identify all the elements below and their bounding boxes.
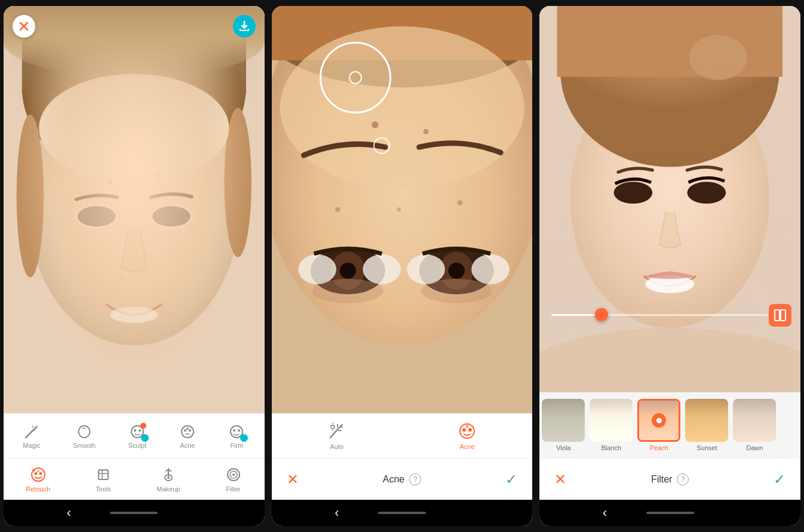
svg-point-1 (4, 359, 265, 413)
tool-acne[interactable]: Acne (174, 421, 201, 451)
filter-label-sunset: Sunset (696, 444, 717, 451)
confirm-button-3[interactable]: ✓ (774, 471, 785, 488)
filter-peach[interactable]: Peach (635, 399, 683, 451)
main-tabs-1: Retouch Tools (4, 458, 265, 500)
filter-face-dawn (733, 399, 776, 442)
svg-rect-85 (539, 6, 800, 392)
filter-thumb-peach (637, 399, 680, 442)
back-arrow-1[interactable]: ‹ (66, 505, 70, 521)
svg-line-18 (26, 429, 35, 438)
firm-badge-teal (240, 434, 248, 442)
cancel-button-3[interactable]: ✕ (554, 471, 566, 488)
smooth-icon (76, 423, 93, 440)
tab-makeup[interactable]: Makeup (149, 463, 187, 495)
tool-sculpt[interactable]: Sculpt (124, 421, 152, 451)
svg-point-10 (75, 204, 118, 229)
svg-point-7 (39, 74, 229, 183)
svg-point-24 (134, 429, 136, 432)
svg-point-56 (298, 254, 336, 284)
large-circle-selector[interactable] (320, 42, 391, 113)
acne-active-label: Acne (460, 443, 475, 450)
face-svg-3 (539, 6, 800, 392)
acne-icon (179, 423, 196, 440)
close-button[interactable] (13, 15, 35, 38)
download-icon (238, 20, 250, 32)
filter-help-icon[interactable]: ? (677, 473, 689, 485)
filter-face-sunset (685, 399, 728, 442)
filter-tab-icon (225, 466, 243, 484)
filter-thumb-sunset (685, 399, 728, 442)
retouch-tab-icon (29, 466, 47, 484)
svg-point-2 (29, 74, 239, 346)
svg-point-65 (335, 207, 340, 212)
sculpt-label: Sculpt (128, 442, 147, 449)
filter-thumb-blanch (590, 399, 633, 442)
svg-point-41 (167, 476, 170, 479)
compare-button[interactable] (769, 304, 791, 327)
svg-point-9 (152, 206, 191, 226)
panel1-header (13, 15, 256, 38)
tab-tools[interactable]: Tools (87, 463, 119, 495)
svg-point-15 (119, 276, 122, 279)
svg-point-63 (423, 129, 428, 134)
tools-tab-icon (94, 466, 112, 484)
filter-slider-thumb[interactable] (595, 308, 608, 321)
face-photo-1 (4, 6, 265, 413)
tab-filter[interactable]: Filter (217, 463, 250, 495)
filter-sunset[interactable]: Sunset (683, 399, 731, 451)
photo-area-2 (272, 6, 533, 413)
svg-rect-89 (775, 310, 780, 321)
svg-point-76 (462, 428, 466, 432)
magic-label: Magic (23, 442, 40, 449)
svg-point-27 (184, 429, 186, 432)
back-arrow-3[interactable]: ‹ (603, 505, 607, 521)
svg-point-58 (407, 254, 445, 284)
tool-magic[interactable]: Magic (18, 421, 45, 451)
small-circle-selector[interactable] (373, 137, 390, 154)
acne-title-area: Acne ? (383, 473, 421, 485)
filter-title: Filter (651, 474, 673, 485)
home-indicator-1 (110, 512, 158, 514)
svg-point-25 (139, 429, 141, 432)
svg-rect-0 (4, 6, 265, 413)
tool-auto[interactable]: Auto (327, 422, 346, 450)
sculpt-badge-teal (141, 434, 149, 442)
svg-point-12 (111, 307, 158, 323)
filter-viola[interactable]: Viola (539, 399, 587, 451)
nav-bar-2: ‹ (272, 500, 533, 526)
tool-firm[interactable]: Firm (223, 421, 250, 451)
svg-point-78 (466, 425, 469, 428)
action-bar-2: ✕ Acne ? ✓ (272, 458, 533, 500)
back-arrow-2[interactable]: ‹ (335, 505, 339, 521)
svg-point-61 (421, 279, 492, 303)
confirm-button-2[interactable]: ✓ (505, 471, 517, 488)
svg-point-64 (457, 200, 462, 205)
download-button[interactable] (233, 15, 256, 38)
cancel-button-2[interactable]: ✕ (287, 471, 299, 488)
svg-point-62 (372, 121, 378, 128)
filter-face-blanch (590, 399, 633, 442)
svg-point-29 (186, 428, 189, 430)
firm-icon (228, 423, 245, 440)
compare-icon (774, 309, 787, 322)
tab-retouch[interactable]: Retouch (19, 463, 57, 495)
filter-blanch[interactable]: Blanch (587, 399, 635, 451)
makeup-tab-label: Makeup (156, 485, 180, 493)
tool-acne-active[interactable]: Acne (458, 422, 477, 450)
nav-bar-1: ‹ (4, 500, 265, 526)
svg-point-11 (149, 204, 193, 229)
home-indicator-2 (378, 512, 426, 514)
close-icon (19, 21, 29, 31)
svg-point-14 (156, 174, 159, 177)
inner-circle (349, 71, 362, 84)
acne-help-icon[interactable]: ? (409, 473, 421, 485)
svg-point-87 (688, 182, 726, 204)
tool-smooth[interactable]: Smooth (68, 421, 100, 451)
filter-strip: Viola Blanch Peach (539, 392, 800, 458)
svg-point-72 (331, 425, 335, 429)
panel-filter: Viola Blanch Peach (539, 6, 800, 526)
sculpt-badge-orange (140, 423, 146, 429)
filter-dawn[interactable]: Dawn (731, 399, 778, 451)
filter-title-area: Filter ? (651, 473, 689, 485)
magic-icon (23, 423, 40, 440)
